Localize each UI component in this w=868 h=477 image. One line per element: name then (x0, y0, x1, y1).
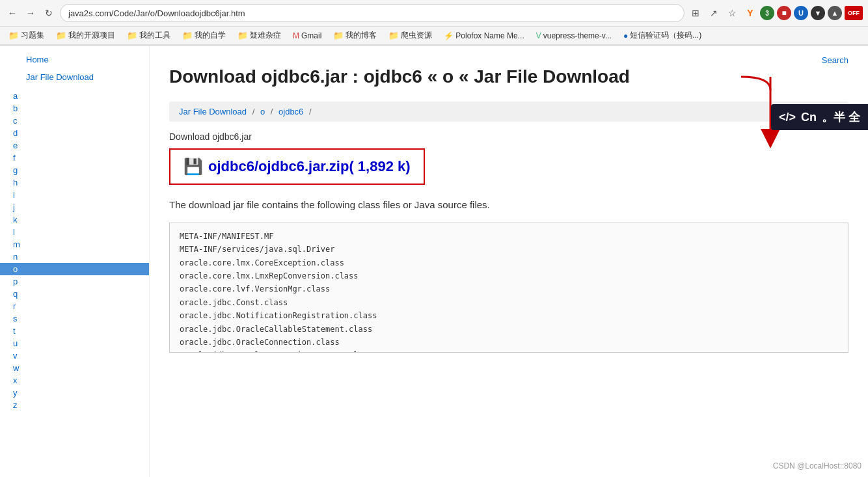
sidebar-letters: abcdefghijklmnopqrstuvwxyz (0, 90, 149, 411)
sidebar-item-h[interactable]: h (0, 176, 149, 189)
browser-chrome: ← → ↻ ⊞ ↗ ☆ Y 3 ■ U ▼ ▲ OFF 📁 习题集 📁 我的开源… (0, 0, 868, 46)
file-list-item: oracle.jdbc.OracleConnectionWrapper.clas… (180, 349, 838, 352)
download-label: Download ojdbc6.jar (169, 131, 848, 142)
sidebar-item-v[interactable]: v (0, 349, 149, 362)
bookmark-tools[interactable]: 📁 我的工具 (124, 29, 174, 42)
ime-cn-label: Cn (801, 111, 817, 124)
extension-icons: Y 3 ■ U ▼ ▲ OFF (743, 6, 863, 20)
arrow-container: 💾 ojdbc6/ojdbc6.jar.zip( 1,892 k) (169, 148, 848, 198)
bookmark-xiti[interactable]: 📁 习题集 (5, 29, 47, 42)
bookmark-vuepress[interactable]: V vuepress-theme-v... (533, 30, 615, 42)
bookmark-spider[interactable]: 📁 爬虫资源 (385, 29, 435, 42)
breadcrumb-sep-2: / (271, 107, 273, 116)
folder-icon: 📁 (333, 31, 344, 40)
bookmark-issues[interactable]: 📁 疑难杂症 (234, 29, 284, 42)
sidebar-item-jar-file-download: Jar File Download (0, 70, 149, 85)
breadcrumb-jar-file-download[interactable]: Jar File Download (179, 107, 247, 116)
share-icon[interactable]: ↗ (707, 6, 721, 20)
sidebar-item-g[interactable]: g (0, 164, 149, 176)
sidebar-item-home[interactable]: Home (13, 53, 136, 66)
bookmark-polofox[interactable]: ⚡ Polofox Name Me... (441, 30, 527, 42)
file-list-item: oracle.jdbc.Const.class (180, 296, 838, 309)
sidebar-item-u[interactable]: u (0, 337, 149, 349)
address-bar-row: ← → ↻ ⊞ ↗ ☆ Y 3 ■ U ▼ ▲ OFF (0, 0, 868, 27)
ext-arrow2-icon[interactable]: ▲ (828, 6, 842, 20)
forward-button[interactable]: → (23, 6, 38, 20)
folder-icon: 📁 (127, 31, 137, 40)
bookmark-gmail[interactable]: M Gmail (290, 30, 325, 42)
sidebar-item-s[interactable]: s (0, 312, 149, 325)
gmail-icon: M (293, 31, 299, 40)
file-list-box[interactable]: META-INF/MANIFEST.MFMETA-INF/services/ja… (169, 223, 848, 353)
download-link-text: ojdbc6/ojdbc6.jar.zip( 1,892 k) (208, 158, 411, 175)
translate-icon[interactable]: ⊞ (688, 6, 703, 20)
ime-indicator[interactable]: </> Cn 。半 全 (771, 104, 868, 130)
breadcrumb-sep-3: / (309, 107, 312, 116)
ime-code-label: </> (779, 111, 796, 124)
sidebar-item-a[interactable]: a (0, 90, 149, 102)
yandex-icon[interactable]: Y (743, 6, 757, 20)
page-wrapper: Home Jar File Download abcdefghijklmnopq… (0, 46, 868, 477)
sidebar-item-l[interactable]: l (0, 226, 149, 238)
file-list-item: oracle.jdbc.OracleCallableStatement.clas… (180, 323, 838, 336)
bookmark-icon[interactable]: ☆ (725, 6, 739, 20)
breadcrumb-ojdbc6[interactable]: ojdbc6 (278, 107, 303, 116)
description-text: The download jar file contains the follo… (169, 198, 848, 213)
back-button[interactable]: ← (5, 6, 20, 20)
main-content: Search Download ojdbc6.jar : ojdbc6 « o … (150, 46, 868, 477)
sidebar-item-m[interactable]: m (0, 238, 149, 251)
sidebar-item-b[interactable]: b (0, 102, 149, 115)
bookmark-blog[interactable]: 📁 我的博客 (330, 29, 380, 42)
ext-red-icon[interactable]: ■ (777, 6, 791, 20)
sidebar-item-j[interactable]: j (0, 201, 149, 213)
disk-icon: 💾 (183, 157, 203, 176)
ext-u-icon[interactable]: U (794, 6, 808, 20)
folder-icon: 📁 (388, 31, 399, 40)
csdn-watermark: CSDN @LocalHost::8080 (773, 461, 861, 470)
sms-icon: ● (623, 31, 628, 40)
sidebar-jar-link[interactable]: Jar File Download (13, 71, 136, 83)
polofox-icon: ⚡ (444, 31, 454, 40)
address-bar[interactable] (60, 4, 685, 22)
sidebar-item-e[interactable]: e (0, 139, 149, 152)
folder-icon: 📁 (8, 31, 19, 40)
ext-green-icon[interactable]: 3 (760, 6, 774, 20)
sidebar-item-i[interactable]: i (0, 189, 149, 201)
breadcrumb-o[interactable]: o (260, 107, 265, 116)
file-list-item: oracle.core.lvf.VersionMgr.class (180, 282, 838, 295)
sidebar-item-t[interactable]: t (0, 325, 149, 337)
file-list-item: oracle.jdbc.OracleConnection.class (180, 336, 838, 349)
sidebar-item-k[interactable]: k (0, 213, 149, 226)
folder-icon: 📁 (56, 31, 66, 40)
file-list-item: oracle.core.lmx.LmxRepConversion.class (180, 269, 838, 282)
ext-arrow-icon[interactable]: ▼ (811, 6, 825, 20)
sidebar-item-o[interactable]: o (0, 263, 149, 275)
sidebar-item-q[interactable]: q (0, 288, 149, 300)
sidebar: Home Jar File Download abcdefghijklmnopq… (0, 46, 150, 477)
page-title: Download ojdbc6.jar : ojdbc6 « o « Jar F… (169, 65, 848, 89)
bookmark-sms[interactable]: ● 短信验证码（接码...) (620, 29, 705, 42)
folder-icon: 📁 (182, 31, 193, 40)
sidebar-item-c[interactable]: c (0, 115, 149, 127)
breadcrumb: Jar File Download / o / ojdbc6 / (169, 102, 848, 122)
download-box: 💾 ojdbc6/ojdbc6.jar.zip( 1,892 k) (169, 148, 425, 185)
sidebar-item-p[interactable]: p (0, 275, 149, 288)
file-list-item: META-INF/MANIFEST.MF (180, 230, 838, 243)
bookmark-opensource[interactable]: 📁 我的开源项目 (53, 29, 118, 42)
file-list-item: oracle.jdbc.NotificationRegistration.cla… (180, 309, 838, 322)
vuepress-icon: V (536, 31, 541, 40)
search-link[interactable]: Search (822, 55, 848, 65)
breadcrumb-sep-1: / (252, 107, 255, 116)
sidebar-item-x[interactable]: x (0, 374, 149, 387)
reload-button[interactable]: ↻ (42, 6, 56, 20)
sidebar-item-n[interactable]: n (0, 251, 149, 263)
sidebar-item-r[interactable]: r (0, 300, 149, 312)
sidebar-item-w[interactable]: w (0, 362, 149, 374)
sidebar-item-y[interactable]: y (0, 387, 149, 399)
download-link[interactable]: 💾 ojdbc6/ojdbc6.jar.zip( 1,892 k) (170, 150, 424, 184)
sidebar-item-f[interactable]: f (0, 152, 149, 164)
ext-off-icon[interactable]: OFF (845, 6, 863, 20)
bookmark-study[interactable]: 📁 我的自学 (179, 29, 229, 42)
sidebar-item-z[interactable]: z (0, 399, 149, 411)
sidebar-item-d[interactable]: d (0, 127, 149, 139)
